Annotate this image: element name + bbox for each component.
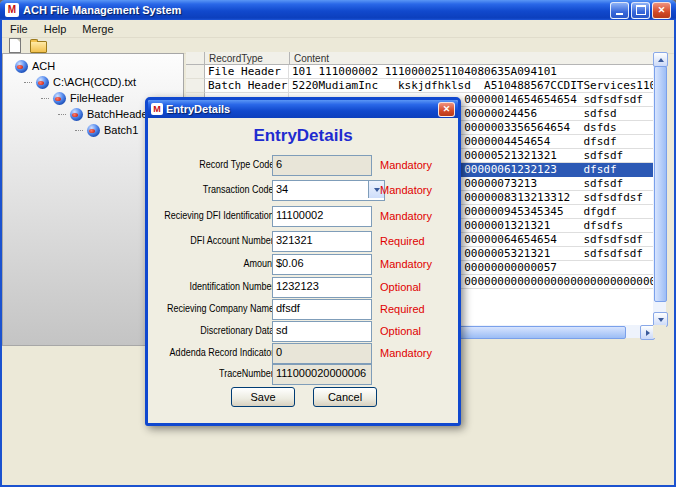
recieving-company-name-input[interactable]: dfsdf (272, 299, 372, 320)
grid-corner-cell (186, 52, 205, 65)
arrow-up-icon (658, 58, 664, 62)
row-header-cell[interactable] (186, 65, 205, 79)
tree-item-label: BatchHeader (87, 108, 151, 120)
identification-number-note: Optional (380, 281, 421, 293)
cell-record-type: Batch Header (205, 79, 289, 93)
node-icon (15, 60, 28, 73)
tree-item-c-ach-ccd-txt[interactable]: C:\ACH(CCD).txt (3, 74, 183, 90)
tree-connector (24, 82, 32, 83)
field-identification-number: Identification Number1232123Optional (148, 277, 458, 297)
transaction-code-value: 34 (276, 183, 288, 195)
field-recieving-dfi-identification: Recieving DFI Identification11100002Mand… (148, 206, 458, 226)
row-header-cell[interactable] (186, 79, 205, 93)
recieving-dfi-identification-input[interactable]: 11100002 (272, 206, 372, 227)
tree-connector (75, 130, 83, 131)
close-button[interactable]: ✕ (652, 2, 671, 19)
menu-item-help[interactable]: Help (36, 21, 75, 37)
discretionary-data-value: sd (276, 324, 288, 336)
tree-connector (41, 98, 49, 99)
column-header-recordtype[interactable]: RecordType (205, 52, 290, 65)
recieving-company-name-value: dfsdf (276, 302, 300, 314)
grid-header: RecordType Content (186, 52, 653, 65)
dfi-account-number-input[interactable]: 321321 (272, 231, 372, 252)
tree-item-label: C:\ACH(CCD).txt (53, 76, 136, 88)
identification-number-input[interactable]: 1232123 (272, 277, 372, 298)
open-folder-icon (30, 41, 47, 53)
recieving-company-name-label: Recieving Company Name (167, 303, 274, 314)
arrow-down-icon (658, 318, 664, 322)
dialog-body: EntryDetails Record Type Code6MandatoryT… (148, 118, 458, 417)
cell-content: 101 111000002 1110000251104080635A094101 (289, 65, 653, 79)
tree-item-ach[interactable]: ACH (3, 58, 183, 74)
table-row[interactable]: File Header101 111000002 111000025110408… (186, 65, 653, 79)
recieving-dfi-identification-label: Recieving DFI Identification (164, 210, 274, 221)
cell-content: 5220MudiamInc kskjdfhklsd A510488567CCDI… (289, 79, 653, 93)
field-recieving-company-name: Recieving Company NamedfsdfRequired (148, 299, 458, 319)
node-icon (87, 124, 100, 137)
addenda-record-indicator-value: 0 (276, 346, 282, 358)
cell-record-type: File Header (205, 65, 289, 79)
dfi-account-number-value: 321321 (276, 234, 313, 246)
maximize-icon (636, 5, 646, 15)
field-amount: Amount$0.06Mandatory (148, 254, 458, 274)
title-bar[interactable]: M ACH File Management System ✕ (0, 0, 676, 20)
field-tracenumber: TraceNumber111000020000006 (148, 364, 458, 384)
node-icon (53, 92, 66, 105)
dialog-icon: M (151, 103, 163, 115)
app-window: M ACH File Management System ✕ FileHelpM… (0, 0, 676, 487)
transaction-code-dropdown[interactable]: 34 (272, 180, 385, 201)
amount-input[interactable]: $0.06 (272, 254, 372, 275)
field-dfi-account-number: DFI Account Number321321Required (148, 231, 458, 251)
tree-connector (58, 114, 66, 115)
tree-item-label: FileHeader (70, 92, 124, 104)
new-file-button[interactable] (6, 37, 24, 53)
minimize-button[interactable] (610, 2, 629, 19)
menu-item-file[interactable]: File (2, 21, 36, 37)
tree-item-label: Batch1 (104, 124, 138, 136)
transaction-code-label: Transaction Code (203, 184, 274, 195)
dialog-close-button[interactable]: ✕ (438, 102, 455, 117)
node-icon (36, 76, 49, 89)
identification-number-label: Identification Number (189, 281, 274, 292)
identification-number-value: 1232123 (276, 280, 319, 292)
minimize-icon (616, 13, 623, 15)
record-type-code-value: 6 (276, 158, 282, 170)
dialog-title-bar[interactable]: M EntryDetails ✕ (148, 100, 458, 118)
discretionary-data-input[interactable]: sd (272, 321, 372, 342)
dfi-account-number-label: DFI Account Number (190, 235, 274, 246)
cancel-button[interactable]: Cancel (313, 387, 377, 407)
addenda-record-indicator-input[interactable]: 0 (272, 343, 372, 364)
tracenumber-label: TraceNumber (219, 368, 274, 379)
node-icon (70, 108, 83, 121)
discretionary-data-note: Optional (380, 325, 421, 337)
field-addenda-record-indicator: Addenda Record Indicator0Mandatory (148, 343, 458, 363)
field-discretionary-data: Discretionary DatasdOptional (148, 321, 458, 341)
amount-label: Amount (243, 258, 274, 269)
menu-item-merge[interactable]: Merge (74, 21, 121, 37)
maximize-button[interactable] (631, 2, 650, 19)
dialog-heading: EntryDetails (148, 126, 458, 146)
vertical-scrollbar[interactable] (653, 52, 666, 325)
arrow-right-icon (646, 330, 650, 336)
record-type-code-input[interactable]: 6 (272, 155, 372, 176)
discretionary-data-label: Discretionary Data (200, 325, 274, 336)
transaction-code-note: Mandatory (380, 184, 432, 196)
dialog-title: EntryDetails (166, 103, 230, 115)
save-button[interactable]: Save (231, 387, 295, 407)
scroll-up-button[interactable] (653, 52, 668, 67)
window-controls: ✕ (610, 2, 671, 19)
field-transaction-code: Transaction Code34Mandatory (148, 180, 458, 200)
record-type-code-note: Mandatory (380, 159, 432, 171)
tracenumber-input[interactable]: 111000020000006 (272, 364, 372, 385)
table-row[interactable]: Batch Header5220MudiamInc kskjdfhklsd A5… (186, 79, 653, 93)
amount-value: $0.06 (276, 257, 304, 269)
recieving-dfi-identification-value: 11100002 (276, 209, 323, 221)
column-header-content[interactable]: Content (290, 52, 653, 65)
record-type-code-label: Record Type Code (199, 159, 274, 170)
vertical-scroll-thumb[interactable] (654, 66, 667, 302)
amount-note: Mandatory (380, 258, 432, 270)
scrollbar-corner (653, 325, 666, 338)
addenda-record-indicator-note: Mandatory (380, 347, 432, 359)
tracenumber-value: 111000020000006 (276, 367, 366, 379)
open-file-button[interactable] (29, 37, 47, 53)
